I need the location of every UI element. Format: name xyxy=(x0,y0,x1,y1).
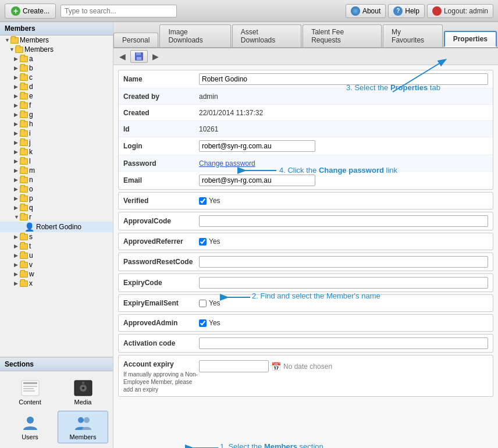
folder-icon xyxy=(20,56,28,62)
folder-icon xyxy=(20,158,28,165)
tree-item-j[interactable]: ▶j xyxy=(0,138,113,147)
content-label: Content xyxy=(19,399,41,406)
field-expiry-email-row: ExpiryEmailSent Yes xyxy=(119,295,493,311)
calendar-icon[interactable]: 📅 xyxy=(271,362,281,371)
tree-item-o[interactable]: ▶o xyxy=(0,184,113,194)
arrow-icon: ▶ xyxy=(14,74,20,80)
tab-talent-fee-requests[interactable]: Talent Fee Requests xyxy=(303,24,382,47)
globe-icon xyxy=(351,6,360,16)
form-section-expiry-email: ExpiryEmailSent Yes xyxy=(118,294,493,312)
nav-prev-icon[interactable]: ◀ xyxy=(117,51,128,62)
users-label: Users xyxy=(22,433,38,440)
tree-item-r[interactable]: ▼r xyxy=(0,212,113,222)
svg-rect-14 xyxy=(137,57,141,60)
section-content[interactable]: Content xyxy=(5,376,55,408)
tree-item-a[interactable]: ▶a xyxy=(0,54,113,63)
folder-icon xyxy=(20,149,28,155)
approved-admin-checkbox[interactable] xyxy=(199,319,207,327)
tree-item-n[interactable]: ▶n xyxy=(0,175,113,184)
section-members[interactable]: Members xyxy=(58,411,108,443)
no-date-label: No date chosen xyxy=(283,362,332,371)
login-label: Login xyxy=(123,142,199,150)
password-reset-input[interactable] xyxy=(199,256,488,268)
tree-item-f[interactable]: ▶f xyxy=(0,101,113,110)
logout-icon xyxy=(432,6,442,16)
folder-icon xyxy=(20,130,28,137)
login-input[interactable] xyxy=(199,140,315,152)
about-button[interactable]: About xyxy=(346,4,386,18)
tree-item-members[interactable]: ▼ Members xyxy=(0,45,113,54)
expiry-email-yes-label: Yes xyxy=(209,299,220,307)
logout-button[interactable]: Logout: admin xyxy=(427,4,493,18)
tree-item-g[interactable]: ▶g xyxy=(0,110,113,119)
svg-rect-2 xyxy=(23,386,37,387)
expiry-email-checkbox[interactable] xyxy=(199,300,207,307)
members-header: Members xyxy=(0,22,113,35)
expiry-code-input[interactable] xyxy=(199,277,488,289)
tree-item-t[interactable]: ▶t xyxy=(0,241,113,251)
tree-item-robert-godino[interactable]: 👤 Robert Godino xyxy=(0,222,113,232)
save-button[interactable] xyxy=(130,50,148,63)
arrow-icon: ▶ xyxy=(14,195,20,201)
tree-item-i[interactable]: ▶i xyxy=(0,129,113,138)
tree-item-k[interactable]: ▶k xyxy=(0,147,113,157)
nav-next-icon[interactable]: ▶ xyxy=(150,51,161,62)
search-input[interactable] xyxy=(61,5,177,17)
change-password-link[interactable]: Change password xyxy=(199,159,488,168)
name-label: Name xyxy=(123,75,199,83)
tree-item-u[interactable]: ▶u xyxy=(0,251,113,260)
folder-icon xyxy=(20,262,28,268)
tree-item-v[interactable]: ▶v xyxy=(0,260,113,269)
main-wrapper: Personal Image Downloads Asset Downloads… xyxy=(113,22,498,448)
password-reset-label: PasswordResetCode xyxy=(123,258,199,266)
members-tree-panel: Members ▼ Members ▼ Members ▶a ▶b xyxy=(0,22,113,357)
verified-checkbox[interactable] xyxy=(199,197,207,205)
tree-item-h[interactable]: ▶h xyxy=(0,119,113,129)
tree-item-l[interactable]: ▶l xyxy=(0,157,113,166)
verified-yes-label: Yes xyxy=(209,197,220,205)
tree-item-s[interactable]: ▶s xyxy=(0,232,113,241)
save-icon xyxy=(134,52,144,61)
field-email-row: Email xyxy=(119,172,493,189)
tree-item-q[interactable]: ▶q xyxy=(0,203,113,212)
form-area: Name Created by admin Created 22/01/2014… xyxy=(113,65,498,448)
sections-header: Sections xyxy=(0,358,113,371)
tree-item-members-root[interactable]: ▼ Members xyxy=(0,35,113,45)
tab-asset-downloads[interactable]: Asset Downloads xyxy=(232,24,301,47)
tab-image-downloads[interactable]: Image Downloads xyxy=(159,24,230,47)
tab-properties[interactable]: Properties xyxy=(444,31,497,47)
field-activation-code-row: Activation code xyxy=(119,335,493,352)
section-users[interactable]: Users xyxy=(5,411,55,443)
account-expiry-label: Account expiry xyxy=(123,360,199,368)
tree-item-e[interactable]: ▶e xyxy=(0,91,113,101)
create-button[interactable]: + Create... xyxy=(5,3,56,19)
section-media[interactable]: Media xyxy=(58,376,108,408)
verified-checkbox-item: Yes xyxy=(199,197,488,205)
tree-item-c[interactable]: ▶c xyxy=(0,73,113,82)
svg-point-11 xyxy=(84,417,90,423)
tree-item-x[interactable]: ▶x xyxy=(0,279,113,288)
tree-item-p[interactable]: ▶p xyxy=(0,194,113,203)
tree-item-m[interactable]: ▶m xyxy=(0,166,113,175)
tree-item-d[interactable]: ▶d xyxy=(0,82,113,91)
tree-item-b[interactable]: ▶b xyxy=(0,63,113,73)
content-section-icon xyxy=(21,379,40,397)
approval-code-input[interactable] xyxy=(199,215,488,227)
email-label: Email xyxy=(123,176,199,184)
svg-rect-13 xyxy=(136,52,141,55)
help-button[interactable]: ? Help xyxy=(388,4,425,18)
tree-item-w[interactable]: ▶w xyxy=(0,269,113,279)
activation-code-input[interactable] xyxy=(199,337,488,349)
approved-admin-checkbox-item: Yes xyxy=(199,319,488,327)
tab-my-favourites[interactable]: My Favourites xyxy=(383,24,443,47)
email-input[interactable] xyxy=(199,175,315,186)
folder-icon xyxy=(20,65,28,72)
approved-admin-label: ApprovedAdmin xyxy=(123,319,199,327)
approved-referrer-checkbox[interactable] xyxy=(199,238,207,246)
form-section-password-reset: PasswordResetCode xyxy=(118,253,493,271)
arrow-icon: ▶ xyxy=(14,158,20,164)
tab-personal[interactable]: Personal xyxy=(113,33,158,47)
account-expiry-input[interactable] xyxy=(199,360,269,372)
name-input[interactable] xyxy=(199,73,488,85)
svg-point-9 xyxy=(27,417,34,424)
